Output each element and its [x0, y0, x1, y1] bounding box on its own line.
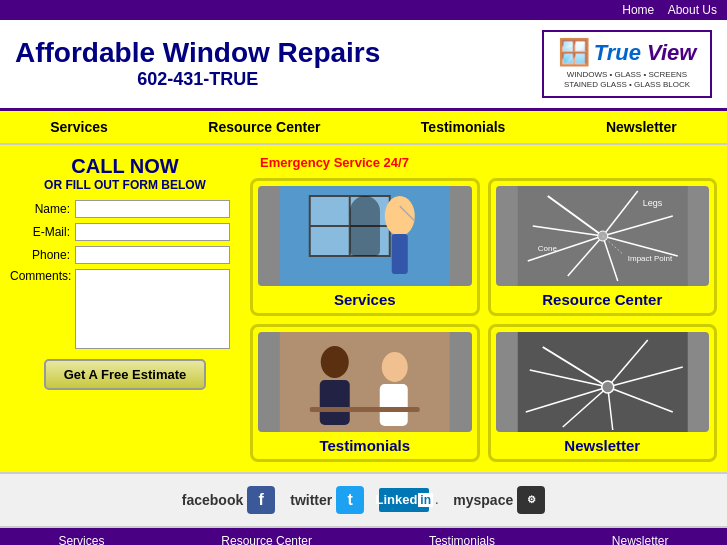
svg-rect-21: [280, 332, 450, 432]
card-resource[interactable]: Legs Cone Impact Point Resource Center: [488, 178, 718, 316]
card-services[interactable]: Services: [250, 178, 480, 316]
twitter-icon: t: [336, 486, 364, 514]
logo-icon: 🪟: [558, 37, 590, 68]
myspace-label: myspace: [453, 492, 513, 508]
logo-box: 🪟 True View WINDOWS • GLASS • SCREENS ST…: [542, 30, 712, 98]
comments-row: Comments:: [10, 269, 240, 349]
name-input[interactable]: [75, 200, 230, 218]
social-bar: facebook f twitter t Linkedin . myspace …: [0, 472, 727, 528]
top-bar: Home About Us: [0, 0, 727, 20]
bottom-nav-testimonials[interactable]: Testimonials: [429, 534, 495, 545]
myspace-icon: ⚙: [517, 486, 545, 514]
site-phone: 602-431-TRUE: [15, 69, 380, 90]
svg-rect-23: [320, 380, 350, 425]
bottom-nav-services[interactable]: Services: [58, 534, 104, 545]
svg-text:Legs: Legs: [642, 198, 662, 208]
svg-text:Impact Point: Impact Point: [627, 254, 672, 263]
phone-row: Phone:: [10, 246, 240, 264]
form-panel: CALL NOW OR FILL OUT FORM BELOW Name: E-…: [10, 155, 240, 462]
card-newsletter[interactable]: Newsletter: [488, 324, 718, 462]
linkedin-social[interactable]: Linkedin .: [379, 488, 438, 512]
resource-image: Legs Cone Impact Point: [496, 186, 710, 286]
logo-text: True View: [594, 40, 697, 66]
phone-input[interactable]: [75, 246, 230, 264]
twitter-social[interactable]: twitter t: [290, 486, 364, 514]
svg-point-22: [321, 346, 349, 378]
email-row: E-Mail:: [10, 223, 240, 241]
grid-panel: Emergency Service 24/7 Services: [250, 155, 717, 462]
bottom-nav-resource[interactable]: Resource Center: [221, 534, 312, 545]
name-label: Name:: [10, 202, 70, 216]
logo-tagline: WINDOWS • GLASS • SCREENS STAINED GLASS …: [549, 70, 705, 91]
services-image: [258, 186, 472, 286]
header: Affordable Window Repairs 602-431-TRUE 🪟…: [0, 20, 727, 111]
name-row: Name:: [10, 200, 240, 218]
facebook-icon: f: [247, 486, 275, 514]
svg-text:Cone: Cone: [537, 244, 557, 253]
svg-rect-25: [380, 384, 408, 426]
cards-grid: Services: [250, 178, 717, 462]
comments-label: Comments:: [10, 269, 70, 283]
resource-card-label: Resource Center: [496, 291, 710, 308]
svg-point-24: [382, 352, 408, 382]
header-title: Affordable Window Repairs 602-431-TRUE: [15, 37, 380, 90]
newsletter-image: [496, 332, 710, 432]
nav-services[interactable]: Services: [50, 119, 108, 135]
linkedin-icon: Linkedin: [379, 488, 429, 512]
testimonials-image: [258, 332, 472, 432]
svg-rect-26: [310, 407, 420, 412]
svg-point-36: [601, 381, 613, 393]
comments-textarea[interactable]: [75, 269, 230, 349]
bottom-nav: Services Resource Center Testimonials Ne…: [0, 528, 727, 545]
main-content: CALL NOW OR FILL OUT FORM BELOW Name: E-…: [0, 145, 727, 472]
about-link[interactable]: About Us: [668, 3, 717, 17]
main-nav: Services Resource Center Testimonials Ne…: [0, 111, 727, 145]
emergency-text: Emergency Service 24/7: [250, 155, 717, 170]
services-card-label: Services: [258, 291, 472, 308]
card-testimonials[interactable]: Testimonials: [250, 324, 480, 462]
email-input[interactable]: [75, 223, 230, 241]
site-title: Affordable Window Repairs: [15, 37, 380, 69]
facebook-label: facebook: [182, 492, 243, 508]
newsletter-card-label: Newsletter: [496, 437, 710, 454]
facebook-social[interactable]: facebook f: [182, 486, 275, 514]
testimonials-card-label: Testimonials: [258, 437, 472, 454]
bottom-nav-newsletter[interactable]: Newsletter: [612, 534, 669, 545]
myspace-social[interactable]: myspace ⚙: [453, 486, 545, 514]
email-label: E-Mail:: [10, 225, 70, 239]
nav-newsletter[interactable]: Newsletter: [606, 119, 677, 135]
form-subtitle: OR FILL OUT FORM BELOW: [10, 178, 240, 192]
nav-resource-center[interactable]: Resource Center: [208, 119, 320, 135]
call-now-heading: CALL NOW: [10, 155, 240, 178]
svg-rect-0: [280, 186, 450, 286]
home-link[interactable]: Home: [622, 3, 654, 17]
phone-label: Phone:: [10, 248, 70, 262]
nav-testimonials[interactable]: Testimonials: [421, 119, 506, 135]
submit-button[interactable]: Get A Free Estimate: [44, 359, 207, 390]
twitter-label: twitter: [290, 492, 332, 508]
svg-rect-5: [392, 234, 408, 274]
